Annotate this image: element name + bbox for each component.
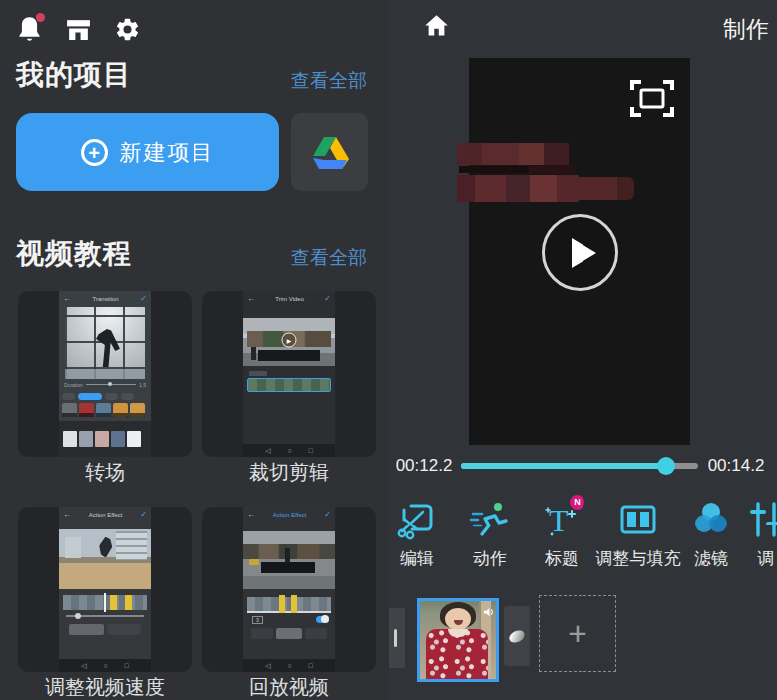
clip-strip-handle[interactable] [389,608,405,668]
check-icon: ✓ [140,295,147,303]
projects-panel: 我的项目 查看全部 + 新建项目 视频教程 查看全部 ← Transition … [0,0,389,700]
tutorial-thumbnail: ← Action Effect ✓ ◁○□ [59,507,151,672]
play-icon [572,238,596,268]
total-time: 00:14.2 [700,456,772,476]
redacted-watermark [457,143,569,165]
speed-preview-image [59,529,151,589]
scissors-frame-icon [396,499,438,540]
play-button[interactable] [542,214,618,291]
playback-preview-image [243,531,335,589]
new-project-label: 新建项目 [120,138,215,168]
check-icon: ✓ [140,511,147,519]
seek-slider[interactable] [461,463,698,469]
notification-badge [36,13,45,22]
new-badge: N [570,495,584,510]
transition-chip[interactable] [504,606,530,666]
video-preview[interactable] [469,58,690,445]
back-arrow-icon: ← [63,295,71,303]
new-project-button[interactable]: + 新建项目 [16,113,279,191]
tutorial-card-playback[interactable]: ← Action Effect ✓ 3 ◁○□ [202,507,376,672]
android-nav-bar: ◁○□ [243,444,335,457]
redacted-watermark [459,166,575,173]
editor-panel: 制作 00:12.2 00:14.2 [389,0,777,700]
filmstrip [63,595,147,610]
make-button[interactable]: 制作 [723,14,769,45]
play-icon: ▶ [282,333,297,348]
trim-preview-image: ▶ [243,318,335,366]
home-icon[interactable] [423,13,450,40]
redacted-watermark [577,177,634,200]
tutorial-label-transition: 转场 [18,459,192,486]
timeline-strip [247,378,331,392]
add-clip-button[interactable]: + [539,595,616,672]
android-nav-bar: ◁○□ [59,659,151,672]
sliders-icon [745,499,777,540]
tutorial-card-trim[interactable]: ← Trim Video ✓ ▶ ◁○□ [202,291,376,457]
filmstrip [247,597,331,613]
plus-icon: + [568,614,587,653]
tool-title[interactable]: T N 标题 [520,499,603,572]
tutorial-card-speed[interactable]: ← Action Effect ✓ ◁○□ [18,507,192,672]
tutorial-thumbnail: ← Transition ✓ Duration 1.5 [59,291,151,457]
current-time: 00:12.2 [391,456,457,476]
tool-adjust[interactable]: 调 [724,499,777,572]
panels-icon [617,499,659,540]
projects-view-all-link[interactable]: 查看全部 [291,68,367,94]
top-toolbar [16,15,141,44]
tutorial-thumbnail: ← Trim Video ✓ ▶ ◁○□ [243,291,335,457]
store-icon[interactable] [65,15,92,44]
toggle-switch [316,616,329,623]
clip-thumbnail[interactable] [417,598,499,682]
fullscreen-icon[interactable] [630,80,674,117]
notifications-bell-icon[interactable] [16,15,43,44]
transition-icon [507,628,526,645]
back-arrow-icon: ← [63,511,71,519]
check-icon: ✓ [324,295,331,303]
tutorials-view-all-link[interactable]: 查看全部 [291,245,367,271]
android-nav-bar: ◁○□ [243,659,335,672]
settings-gear-icon[interactable] [114,15,141,44]
google-drive-button[interactable] [291,113,368,191]
tutorial-label-speed: 调整视频速度 [18,674,192,700]
muted-audio-icon [483,603,494,613]
tutorial-label-trim: 裁切剪辑 [202,459,376,486]
transition-preview-image [65,307,145,379]
seek-fill [461,463,666,469]
tutorial-thumbnail: ← Action Effect ✓ 3 ◁○□ [243,507,335,672]
running-icon [469,499,511,540]
tutorials-title: 视频教程 [16,235,132,273]
seek-thumb[interactable] [657,457,675,475]
check-icon: ✓ [324,511,331,519]
my-projects-title: 我的项目 [16,56,132,94]
tutorial-label-playback: 回放视频 [202,674,376,700]
back-arrow-icon: ← [247,511,255,519]
plus-circle-icon: + [81,139,108,166]
back-arrow-icon: ← [247,295,255,303]
svg-text:T: T [549,503,569,538]
tutorial-card-transition[interactable]: ← Transition ✓ Duration 1.5 [18,291,192,457]
google-drive-icon [311,136,349,170]
redacted-watermark [457,175,579,202]
